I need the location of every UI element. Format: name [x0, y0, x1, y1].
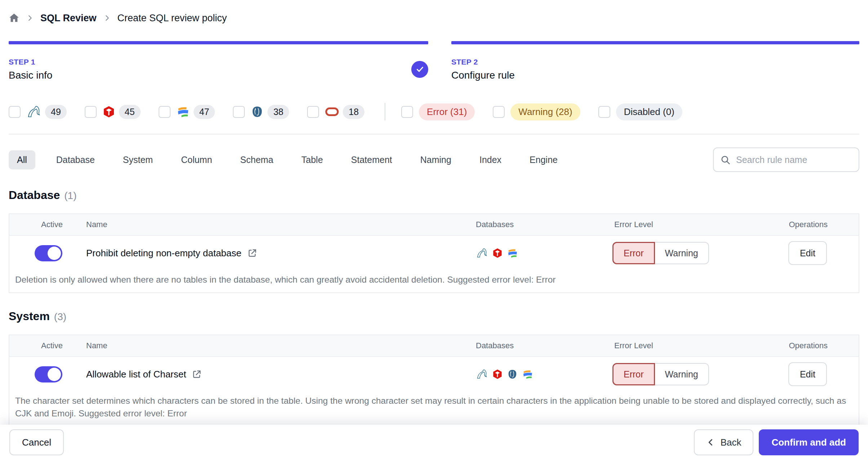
- rule-name: Prohibit deleting non-empty database: [86, 248, 242, 259]
- back-button-label: Back: [721, 437, 741, 448]
- filter-disabled-level: Disabled (0): [598, 103, 682, 120]
- category-tabs-row: All Database System Column Schema Table …: [9, 147, 859, 172]
- chevron-right-icon: [26, 14, 34, 22]
- breadcrumb-current-page: Create SQL review policy: [118, 13, 227, 24]
- rule-description: Deletion is only allowed when there are …: [9, 270, 859, 292]
- oceanbase-icon: [522, 368, 533, 380]
- chevron-left-icon: [706, 438, 716, 447]
- mysql-icon: [26, 104, 41, 119]
- search-box: [713, 147, 859, 172]
- disabled-level-checkbox[interactable]: [598, 106, 610, 118]
- warning-level-checkbox[interactable]: [493, 106, 505, 118]
- filter-divider: [385, 103, 385, 120]
- confirm-and-add-button[interactable]: Confirm and add: [759, 429, 859, 455]
- edit-button[interactable]: Edit: [788, 241, 827, 265]
- postgresql-icon: [251, 105, 264, 119]
- tab-column[interactable]: Column: [181, 150, 212, 169]
- oceanbase-count-badge: 47: [194, 105, 215, 119]
- home-icon[interactable]: [9, 13, 19, 23]
- tab-statement[interactable]: Statement: [351, 150, 392, 169]
- tab-table[interactable]: Table: [301, 150, 323, 169]
- stepper: STEP 1 Basic info STEP 2 Configure rule: [9, 41, 859, 84]
- rule-name: Allowable list of Charset: [86, 369, 186, 380]
- filter-oracle: 18: [307, 105, 364, 119]
- tab-all[interactable]: All: [9, 150, 35, 169]
- error-level-checkbox[interactable]: [401, 106, 413, 118]
- mysql-icon: [476, 247, 488, 259]
- rule-active-toggle[interactable]: [35, 245, 62, 261]
- database-rules-table: Active Name Databases Error Level Operat…: [9, 213, 859, 293]
- step-2-progress-bar: [451, 41, 859, 44]
- section-count: (3): [54, 311, 66, 323]
- error-level-warning-button[interactable]: Warning: [655, 242, 709, 264]
- category-tabs: All Database System Column Schema Table …: [9, 150, 586, 169]
- column-header-name: Name: [86, 341, 455, 350]
- error-level-warning-button[interactable]: Warning: [655, 363, 709, 385]
- chevron-right-icon: [103, 14, 111, 22]
- tidb-icon: [102, 105, 115, 118]
- error-level-segmented-control: Error Warning: [612, 242, 709, 264]
- back-button[interactable]: Back: [694, 429, 754, 455]
- filter-postgresql: 38: [233, 105, 289, 119]
- external-link-icon[interactable]: [191, 369, 202, 380]
- table-row: Prohibit deleting non-empty database: [9, 236, 859, 270]
- error-count-badge: Error (31): [419, 103, 475, 120]
- column-header-databases: Databases: [455, 220, 595, 229]
- postgresql-count-badge: 38: [267, 105, 289, 119]
- step-1-title: Basic info: [9, 70, 52, 81]
- mysql-checkbox[interactable]: [9, 106, 21, 118]
- step-2-title: Configure rule: [451, 70, 515, 81]
- step-2[interactable]: STEP 2 Configure rule: [451, 41, 859, 84]
- rule-description: The character set determines which chara…: [9, 392, 859, 426]
- breadcrumb-sql-review[interactable]: SQL Review: [40, 13, 97, 24]
- oracle-count-badge: 18: [343, 105, 364, 119]
- table-header-row: Active Name Databases Error Level Operat…: [9, 335, 859, 357]
- tab-database[interactable]: Database: [56, 150, 95, 169]
- breadcrumb: SQL Review Create SQL review policy: [9, 0, 859, 26]
- step-1-label: STEP 1: [9, 58, 52, 66]
- step-complete-check-icon: [411, 61, 428, 78]
- tidb-count-badge: 45: [119, 105, 141, 119]
- section-title: System: [9, 310, 50, 323]
- column-header-name: Name: [86, 220, 455, 229]
- oceanbase-icon: [507, 247, 518, 259]
- oracle-checkbox[interactable]: [307, 106, 319, 118]
- external-link-icon[interactable]: [247, 248, 257, 258]
- oceanbase-checkbox[interactable]: [159, 106, 170, 118]
- tidb-icon: [492, 369, 503, 380]
- postgresql-checkbox[interactable]: [233, 106, 245, 118]
- section-divider: [9, 134, 859, 134]
- filter-oceanbase: 47: [159, 105, 215, 119]
- filter-warning-level: Warning (28): [493, 103, 580, 120]
- toggle-knob: [48, 368, 61, 381]
- tab-naming[interactable]: Naming: [420, 150, 451, 169]
- column-header-operations: Operations: [789, 341, 859, 350]
- footer-action-bar: Cancel Back Confirm and add: [0, 425, 868, 460]
- column-header-error-level: Error Level: [595, 341, 750, 350]
- oceanbase-icon: [176, 105, 190, 119]
- tab-engine[interactable]: Engine: [530, 150, 558, 169]
- tab-schema[interactable]: Schema: [240, 150, 273, 169]
- mysql-count-badge: 49: [45, 105, 67, 119]
- cancel-button[interactable]: Cancel: [9, 429, 64, 455]
- error-level-error-button[interactable]: Error: [612, 242, 655, 264]
- disabled-count-badge: Disabled (0): [616, 103, 682, 120]
- tidb-checkbox[interactable]: [85, 106, 97, 118]
- postgresql-icon: [507, 369, 518, 380]
- tab-system[interactable]: System: [123, 150, 153, 169]
- rule-active-toggle[interactable]: [35, 366, 62, 382]
- column-header-operations: Operations: [789, 220, 859, 229]
- filter-bar: 49 45 47: [9, 101, 859, 123]
- filter-mysql: 49: [9, 104, 67, 119]
- section-heading-system: System (3): [9, 310, 859, 323]
- step-1[interactable]: STEP 1 Basic info: [9, 41, 428, 84]
- filter-tidb: 45: [85, 105, 141, 119]
- error-level-error-button[interactable]: Error: [612, 363, 655, 385]
- system-rules-table: Active Name Databases Error Level Operat…: [9, 335, 859, 427]
- step-2-label: STEP 2: [451, 58, 515, 66]
- tab-index[interactable]: Index: [479, 150, 501, 169]
- column-header-active: Active: [9, 341, 86, 350]
- search-input[interactable]: [735, 154, 852, 165]
- edit-button[interactable]: Edit: [788, 362, 827, 386]
- oracle-icon: [325, 105, 339, 119]
